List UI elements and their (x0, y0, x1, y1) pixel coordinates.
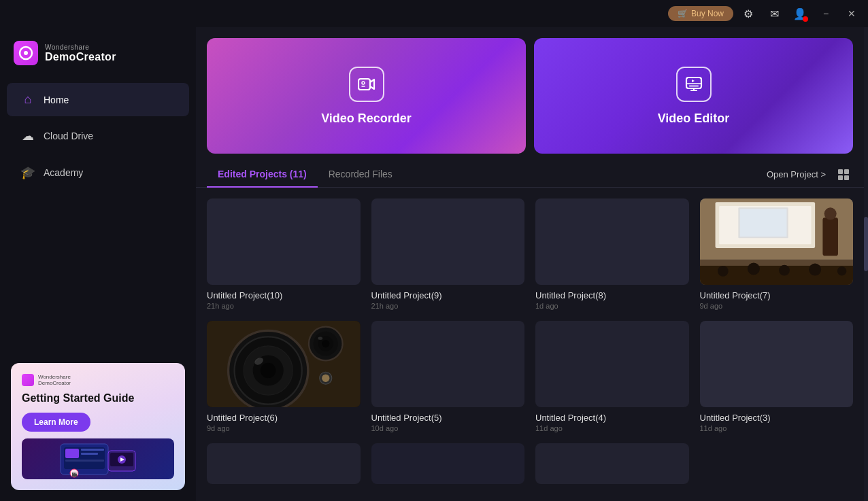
scrollbar-track[interactable] (864, 27, 868, 501)
svg-point-41 (837, 266, 846, 276)
recorder-label: Video Recorder (321, 111, 412, 126)
close-button[interactable]: ✕ (842, 4, 861, 23)
sidebar-item-cloud-drive[interactable]: ☁ Cloud Drive (7, 119, 189, 153)
projects-area: Untitled Project(10) 21h ago Untitled Pr… (196, 188, 864, 501)
gs-brand: Wondershare DemoCreator (22, 374, 174, 386)
svg-rect-33 (739, 209, 786, 237)
logo-text: Wondershare DemoCreator (45, 44, 116, 63)
buy-now-button[interactable]: 🛒 Buy Now (668, 6, 733, 21)
project-time-3: 11d ago (700, 424, 854, 432)
project-thumb-1 (371, 443, 525, 484)
buy-now-label: Buy Now (691, 9, 724, 18)
svg-point-39 (779, 265, 790, 276)
video-recorder-card[interactable]: Video Recorder (207, 38, 526, 154)
project-item-10[interactable]: Untitled Project(10) 21h ago (207, 198, 361, 310)
user-icon[interactable]: 👤 (790, 4, 809, 23)
mail-icon[interactable]: ✉ (765, 4, 784, 23)
project-item-0a[interactable] (535, 443, 689, 489)
project-name-4: Untitled Project(4) (535, 413, 689, 423)
open-project-button[interactable]: Open Project > (767, 169, 826, 179)
project-thumb-3 (700, 321, 854, 407)
project-name-5: Untitled Project(5) (371, 413, 525, 423)
title-bar: 🛒 Buy Now ⚙ ✉ 👤 − ✕ (0, 0, 868, 27)
svg-rect-34 (822, 218, 838, 256)
project-name-6: Untitled Project(6) (207, 413, 361, 423)
svg-rect-4 (65, 449, 79, 458)
project-item-8[interactable]: Untitled Project(8) 1d ago (535, 198, 689, 310)
svg-rect-7 (65, 460, 104, 462)
sidebar-item-academy[interactable]: 🎓 Academy (7, 156, 189, 190)
svg-rect-25 (838, 175, 843, 180)
logo-icon (14, 41, 38, 65)
sidebar-item-academy-label: Academy (44, 167, 83, 178)
svg-point-56 (322, 374, 329, 381)
tab-edited-projects[interactable]: Edited Projects (11) (207, 162, 318, 188)
svg-rect-26 (844, 175, 849, 180)
home-icon: ⌂ (20, 92, 35, 107)
project-thumb-2 (207, 443, 361, 484)
svg-point-48 (261, 363, 276, 379)
sidebar-item-home-label: Home (44, 94, 69, 105)
project-time-10: 21h ago (207, 302, 361, 310)
svg-point-54 (318, 336, 322, 340)
minimize-button[interactable]: − (816, 4, 835, 23)
project-name-9: Untitled Project(9) (371, 290, 525, 300)
svg-rect-23 (838, 169, 843, 174)
project-item-1[interactable] (371, 443, 525, 489)
project-thumb-8 (535, 198, 689, 285)
notification-dot (803, 16, 808, 22)
academy-icon: 🎓 (20, 165, 35, 180)
tabs-bar: Edited Projects (11) Recorded Files Open… (196, 162, 864, 188)
svg-point-35 (824, 207, 836, 220)
editor-label: Video Editor (658, 111, 730, 126)
project-item-2[interactable] (207, 443, 361, 489)
svg-point-38 (747, 262, 759, 275)
titlebar-icons: ⚙ ✉ 👤 − ✕ (739, 4, 861, 23)
video-editor-card[interactable]: Video Editor (534, 38, 853, 154)
sidebar-spacer (0, 191, 196, 352)
svg-rect-6 (81, 453, 98, 455)
project-thumb-6 (207, 321, 361, 407)
project-thumb-5 (371, 321, 525, 407)
project-item-3[interactable]: Untitled Project(3) 11d ago (700, 321, 854, 432)
project-item-4[interactable]: Untitled Project(4) 11d ago (535, 321, 689, 432)
project-thumb-4 (535, 321, 689, 407)
main-layout: Wondershare DemoCreator ⌂ Home ☁ Cloud D… (0, 27, 868, 501)
learn-more-button[interactable]: Learn More (22, 413, 90, 432)
cloud-icon: ☁ (20, 128, 35, 143)
editor-icon (676, 67, 712, 102)
project-item-6[interactable]: Untitled Project(6) 9d ago (207, 321, 361, 432)
cart-icon: 🛒 (678, 9, 688, 18)
project-time-7: 9d ago (700, 302, 854, 310)
sidebar-item-home[interactable]: ⌂ Home (7, 83, 189, 116)
project-item-5[interactable]: Untitled Project(5) 10d ago (371, 321, 525, 432)
svg-point-40 (809, 264, 821, 276)
svg-point-15 (362, 82, 365, 84)
project-name-3: Untitled Project(3) (700, 413, 854, 423)
hero-cards: Video Recorder Video Editor (196, 27, 864, 162)
logo-main: DemoCreator (45, 51, 116, 63)
project-time-6: 9d ago (207, 424, 361, 432)
grid-view-button[interactable] (834, 165, 853, 184)
svg-marker-19 (692, 80, 695, 82)
projects-grid: Untitled Project(10) 21h ago Untitled Pr… (207, 198, 853, 489)
gs-brand-logo (22, 374, 34, 386)
project-thumb-7 (700, 198, 854, 285)
settings-icon[interactable]: ⚙ (739, 4, 758, 23)
getting-started-card: Wondershare DemoCreator Getting Started … (11, 363, 185, 490)
project-thumb-10 (207, 198, 361, 285)
svg-rect-20 (689, 85, 699, 87)
logo-top: Wondershare (45, 44, 116, 51)
project-item-7[interactable]: Untitled Project(7) 9d ago (700, 198, 854, 310)
gs-title: Getting Started Guide (22, 392, 174, 404)
content-area: Video Recorder Video Editor Ed (196, 27, 864, 501)
project-thumb-9 (371, 198, 525, 285)
project-item-9[interactable]: Untitled Project(9) 21h ago (371, 198, 525, 310)
svg-rect-24 (844, 169, 849, 174)
logo-area: Wondershare DemoCreator (0, 27, 196, 82)
scrollbar-thumb[interactable] (864, 217, 868, 271)
tab-recorded-files[interactable]: Recorded Files (318, 162, 403, 188)
gs-illustration: 🎬 (22, 438, 174, 479)
project-name-10: Untitled Project(10) (207, 290, 361, 300)
project-time-8: 1d ago (535, 302, 689, 310)
